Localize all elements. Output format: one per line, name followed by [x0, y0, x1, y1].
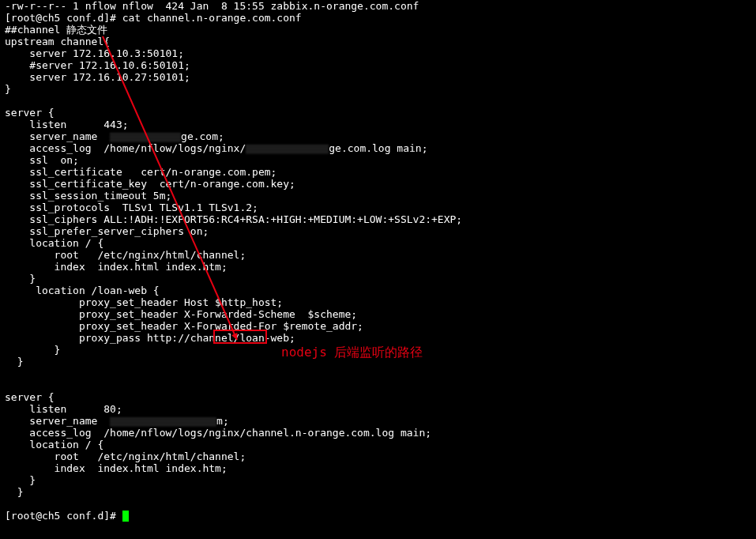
- terminal-line: [5, 368, 751, 379]
- terminal-line: access_log /home/nflow/logs/nginx/channe…: [5, 427, 751, 439]
- cursor: [122, 511, 129, 522]
- terminal-line: ssl_certificate_key cert/n-orange.com.ke…: [5, 178, 751, 190]
- terminal-line: server 172.16.10.3:50101;: [5, 47, 751, 59]
- text-segment: [5, 95, 11, 107]
- terminal-line: ssl_ciphers ALL:!ADH:!EXPORT56:RC4+RSA:+…: [5, 213, 751, 225]
- text-segment: upstream channel{: [5, 36, 110, 47]
- text-segment: ssl_ciphers ALL:!ADH:!EXPORT56:RC4+RSA:+…: [5, 213, 462, 225]
- terminal-line: }: [5, 356, 751, 368]
- text-segment: }: [5, 344, 60, 356]
- terminal-line: proxy_set_header X-Forwarded-For $remote…: [5, 320, 751, 332]
- text-segment: server 172.16.10.3:50101;: [5, 47, 184, 59]
- text-segment: ssl_protocols TLSv1 TLSv1.1 TLSv1.2;: [5, 202, 258, 213]
- text-segment: ssl_certificate_key cert/n-orange.com.ke…: [5, 178, 295, 190]
- text-segment: server_name: [5, 415, 110, 427]
- text-segment: server {: [5, 391, 55, 403]
- terminal-line: server 172.16.10.27:50101;: [5, 71, 751, 83]
- text-segment: location / {: [5, 237, 103, 249]
- terminal-line: server {: [5, 391, 751, 403]
- text-segment: access_log /home/nflow/logs/nginx/: [5, 142, 246, 154]
- text-segment: }: [5, 273, 36, 285]
- text-segment: #server 172.16.10.6:50101;: [5, 59, 190, 71]
- terminal-line: server_name ge.com;: [5, 130, 751, 142]
- terminal-line: root /etc/nginx/html/channel;: [5, 249, 751, 261]
- text-segment: listen 80;: [5, 403, 122, 415]
- terminal-line: server {: [5, 107, 751, 119]
- text-segment: access_log /home/nflow/logs/nginx/channe…: [5, 427, 431, 439]
- terminal-line: ssl_certificate cert/n-orange.com.pem;: [5, 166, 751, 178]
- terminal-line: ssl_session_timeout 5m;: [5, 190, 751, 202]
- terminal-line: }: [5, 83, 751, 95]
- text-segment: m;: [216, 415, 229, 427]
- terminal-line: [root@ch5 conf.d]#: [5, 510, 751, 522]
- text-segment: index index.html index.htm;: [5, 261, 228, 273]
- terminal-line: proxy_set_header X-Forwarded-Scheme $sch…: [5, 308, 751, 320]
- terminal-line: root /etc/nginx/html/channel;: [5, 450, 751, 462]
- text-segment: listen 443;: [5, 119, 129, 130]
- text-segment: ge.com;: [181, 130, 224, 142]
- text-segment: proxy_set_header X-Forwarded-Scheme $sch…: [5, 308, 357, 320]
- terminal-line: }: [5, 344, 751, 356]
- terminal-line: location / {: [5, 237, 751, 249]
- text-segment: ssl on;: [5, 154, 79, 166]
- terminal-line: index index.html index.htm;: [5, 462, 751, 474]
- text-segment: server_name: [5, 130, 110, 142]
- terminal-line: proxy_pass http://channel/loan-web;: [5, 332, 751, 344]
- text-segment: root /etc/nginx/html/channel;: [5, 249, 246, 261]
- text-segment: index index.html index.htm;: [5, 462, 228, 474]
- text-segment: ssl_session_timeout 5m;: [5, 190, 171, 202]
- text-segment: [root@ch5 conf.d]# cat channel.n-orange.…: [5, 12, 302, 24]
- redacted-segment: [110, 133, 181, 142]
- terminal-line: }: [5, 273, 751, 285]
- terminal-line: ssl_prefer_server_ciphers on;: [5, 225, 751, 237]
- text-segment: ##channel 静态文件: [5, 24, 107, 36]
- text-segment: }: [5, 356, 23, 368]
- text-segment: proxy_set_header Host $http_host;: [5, 296, 283, 308]
- terminal-line: ssl_protocols TLSv1 TLSv1.1 TLSv1.2;: [5, 202, 751, 213]
- text-segment: -rw-r--r-- 1 nflow nflow 424 Jan 8 15:55…: [5, 0, 419, 12]
- text-segment: server {: [5, 107, 55, 119]
- terminal-line: }: [5, 474, 751, 486]
- terminal-line: [5, 95, 751, 107]
- terminal-line: -rw-r--r-- 1 nflow nflow 424 Jan 8 15:55…: [5, 0, 751, 12]
- text-segment: ge.com.log main;: [329, 142, 427, 154]
- terminal-line: [root@ch5 conf.d]# cat channel.n-orange.…: [5, 12, 751, 24]
- text-segment: [5, 498, 11, 510]
- terminal-output: -rw-r--r-- 1 nflow nflow 424 Jan 8 15:55…: [0, 0, 756, 522]
- text-segment: [5, 379, 11, 391]
- terminal-line: listen 443;: [5, 119, 751, 130]
- terminal-line: ssl on;: [5, 154, 751, 166]
- terminal-line: #server 172.16.10.6:50101;: [5, 59, 751, 71]
- terminal-line: location / {: [5, 439, 751, 450]
- terminal-line: location /loan-web {: [5, 285, 751, 296]
- terminal-line: access_log /home/nflow/logs/nginx/ge.com…: [5, 142, 751, 154]
- terminal-line: listen 80;: [5, 403, 751, 415]
- terminal-line: }: [5, 486, 751, 498]
- text-segment: }: [5, 83, 11, 95]
- text-segment: [root@ch5 conf.d]#: [5, 510, 122, 522]
- text-segment: }: [5, 486, 23, 498]
- text-segment: ssl_prefer_server_ciphers on;: [5, 225, 209, 237]
- text-segment: [5, 368, 11, 379]
- text-segment: server 172.16.10.27:50101;: [5, 71, 190, 83]
- text-segment: proxy_pass http://channel/loan-web;: [5, 332, 295, 344]
- text-segment: ssl_certificate cert/n-orange.com.pem;: [5, 166, 276, 178]
- terminal-line: [5, 379, 751, 391]
- text-segment: root /etc/nginx/html/channel;: [5, 450, 246, 462]
- redacted-segment: [246, 145, 329, 154]
- redacted-segment: [110, 417, 216, 427]
- terminal-line: [5, 498, 751, 510]
- terminal-line: index index.html index.htm;: [5, 261, 751, 273]
- terminal-line: server_name m;: [5, 415, 751, 427]
- text-segment: proxy_set_header X-Forwarded-For $remote…: [5, 320, 363, 332]
- text-segment: location /loan-web {: [5, 285, 160, 296]
- text-segment: }: [5, 474, 36, 486]
- terminal-line: ##channel 静态文件: [5, 24, 751, 36]
- terminal[interactable]: -rw-r--r-- 1 nflow nflow 424 Jan 8 15:55…: [0, 0, 756, 539]
- text-segment: location / {: [5, 439, 103, 450]
- terminal-line: upstream channel{: [5, 36, 751, 47]
- terminal-line: proxy_set_header Host $http_host;: [5, 296, 751, 308]
